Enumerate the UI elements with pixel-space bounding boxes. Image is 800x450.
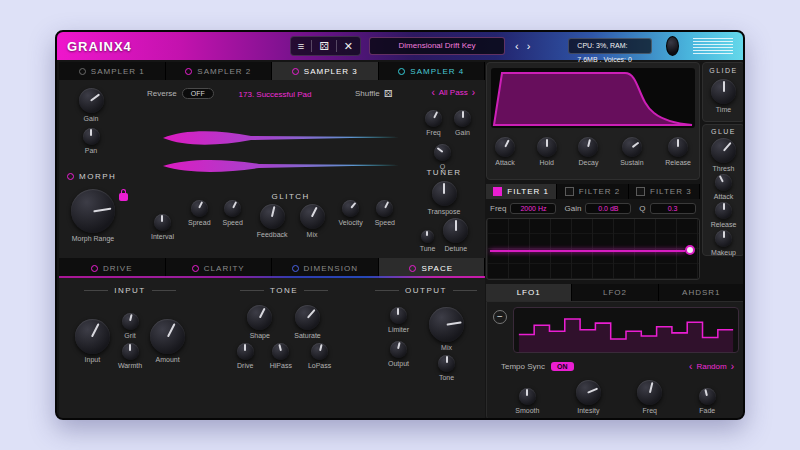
knob-freq[interactable]: [425, 110, 442, 127]
knob-lopass[interactable]: [311, 343, 328, 360]
knob-attack[interactable]: [495, 137, 515, 157]
knob-shape[interactable]: [247, 305, 272, 330]
knob-label: Input: [85, 356, 101, 363]
preset-nav: ‹ ›: [513, 38, 532, 54]
knob-attack[interactable]: [715, 174, 732, 191]
lock-icon[interactable]: [119, 193, 128, 201]
tab-indicator-icon: [292, 68, 299, 75]
knob-label: Attack: [714, 193, 733, 200]
knob-morph-range[interactable]: [71, 189, 115, 233]
tab-label: DRIVE: [103, 264, 132, 273]
knob-label: Velocity: [339, 219, 363, 226]
knob-speed[interactable]: [224, 200, 241, 217]
knob-label: Speed: [375, 219, 395, 226]
knob-output[interactable]: [390, 341, 407, 358]
knob-label: Hold: [540, 159, 554, 166]
freq-value-box[interactable]: 2000 Hz: [510, 203, 556, 214]
tab-sampler-1[interactable]: SAMPLER 1: [59, 62, 166, 80]
knob-q[interactable]: [434, 144, 451, 161]
knob-transpose[interactable]: [432, 181, 457, 206]
knob-pan[interactable]: [83, 128, 100, 145]
knob-tone[interactable]: [438, 355, 455, 372]
knob-mix[interactable]: [300, 204, 325, 229]
menu-icon[interactable]: ≡: [291, 37, 311, 55]
knob-intesity[interactable]: [576, 380, 601, 405]
envelope-display[interactable]: [491, 67, 695, 129]
knob-input[interactable]: [75, 319, 110, 354]
knob-makeup[interactable]: [715, 230, 732, 247]
freq-field: Freq 2000 Hz: [490, 203, 556, 214]
tab-space[interactable]: SPACE: [379, 258, 486, 278]
tab-drive[interactable]: DRIVE: [59, 258, 166, 278]
next-mode-button[interactable]: ›: [731, 363, 734, 371]
knob-velocity[interactable]: [342, 200, 359, 217]
tab-sampler-2[interactable]: SAMPLER 2: [166, 62, 273, 80]
knob-decay[interactable]: [578, 137, 598, 157]
next-mode-button[interactable]: ›: [472, 89, 475, 97]
tab-sampler-3[interactable]: SAMPLER 3: [272, 62, 379, 80]
tab-lfo1[interactable]: LFO1: [486, 284, 572, 301]
q-value-box[interactable]: 0.3: [650, 203, 696, 214]
knob-gain[interactable]: [454, 110, 471, 127]
glitch-group: GLITCH FeedbackMix: [257, 192, 325, 238]
knob-hipass[interactable]: [272, 343, 289, 360]
tab-dimension[interactable]: DIMENSION: [272, 258, 379, 278]
interval-knob: Interval: [151, 214, 174, 240]
prev-preset-button[interactable]: ‹: [513, 38, 521, 54]
knob-label: Transpose: [428, 208, 461, 215]
knob-smooth[interactable]: [519, 388, 536, 405]
tab-label: DIMENSION: [304, 264, 358, 273]
glue-knobs: ThreshAttackReleaseMakeup: [711, 138, 737, 256]
tab-square-icon: [493, 187, 502, 196]
knob-gain[interactable]: [79, 88, 104, 113]
dice-icon[interactable]: ⚄: [312, 37, 336, 55]
knob-label: Output: [388, 360, 409, 367]
knob-speed[interactable]: [376, 200, 393, 217]
knob-spread[interactable]: [191, 200, 208, 217]
close-icon[interactable]: ✕: [337, 37, 360, 55]
lfo-step-display[interactable]: [513, 307, 739, 353]
prev-mode-button[interactable]: ‹: [431, 89, 434, 97]
knob-fade[interactable]: [699, 388, 716, 405]
knob-grit[interactable]: [122, 313, 139, 330]
knob-tune[interactable]: [421, 230, 434, 243]
grit-warmth-knobs: GritWarmth: [118, 313, 142, 369]
field-label: Freq: [490, 204, 506, 213]
tempo-sync-toggle[interactable]: ON: [551, 362, 574, 371]
tab-filter-2[interactable]: FILTER 2: [557, 184, 628, 199]
knob-sustain[interactable]: [622, 137, 642, 157]
tab-ahdsr1[interactable]: AHDSR1: [659, 284, 745, 301]
tab-sampler-4[interactable]: SAMPLER 4: [379, 62, 486, 80]
knob-mix[interactable]: [429, 307, 464, 342]
knob-release[interactable]: [715, 202, 732, 219]
knob-amount[interactable]: [150, 319, 185, 354]
knob-interval[interactable]: [154, 214, 171, 231]
collapse-button[interactable]: −: [493, 310, 507, 324]
tab-filter-1[interactable]: FILTER 1: [486, 184, 557, 199]
prev-mode-button[interactable]: ‹: [689, 363, 692, 371]
sample-name-display[interactable]: 173. Successful Pad: [207, 90, 343, 99]
preset-name-display[interactable]: Dimensional Drift Key: [369, 37, 505, 55]
knob-freq[interactable]: [637, 380, 662, 405]
cpu-ram-voices-status: CPU: 3%, RAM: 7.6MB , Voices: 0: [568, 38, 652, 54]
filter-node-handle[interactable]: [685, 245, 695, 255]
gain-value-box[interactable]: 0.0 dB: [585, 203, 631, 214]
knob-feedback[interactable]: [260, 204, 285, 229]
knob-thresh[interactable]: [711, 138, 736, 163]
knob-release[interactable]: [668, 137, 688, 157]
tone-section: TONE ShapeSaturate DriveHiPassLoPass: [201, 278, 367, 420]
knob-time[interactable]: [711, 79, 736, 104]
limiter-output-knobs: LimiterOutput: [388, 307, 409, 367]
knob-hold[interactable]: [537, 137, 557, 157]
knob-saturate[interactable]: [295, 305, 320, 330]
knob-limiter[interactable]: [390, 307, 407, 324]
knob-warmth[interactable]: [122, 343, 139, 360]
tab-lfo2[interactable]: LFO2: [572, 284, 658, 301]
master-volume-knob[interactable]: [666, 36, 679, 56]
knob-drive[interactable]: [237, 343, 254, 360]
knob-detune[interactable]: [443, 218, 468, 243]
next-preset-button[interactable]: ›: [525, 38, 533, 54]
shuffle-control[interactable]: Shuffle ⚄: [355, 88, 392, 99]
tab-filter-3[interactable]: FILTER 3: [629, 184, 700, 199]
tab-clarity[interactable]: CLARITY: [166, 258, 273, 278]
